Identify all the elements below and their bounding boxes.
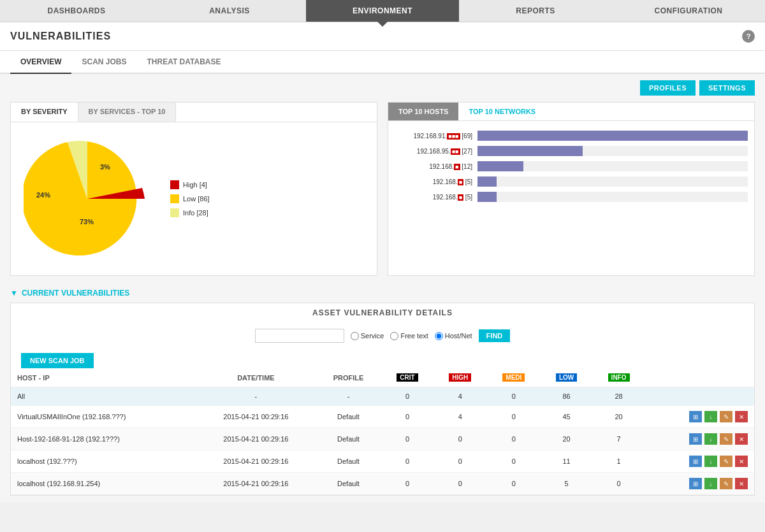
tab-top10-networks[interactable]: TOP 10 NETWORKS [458,103,546,120]
tab-top10-hosts[interactable]: TOP 10 HOSTS [388,103,458,120]
bar-label-2: 192.168.95.■■ [27] [395,148,477,155]
legend-color-low [170,194,179,203]
settings-button[interactable]: SETTINGS [699,80,755,96]
cell-host: localhost (192.???) [11,450,196,473]
action-icons: ⊞ ↓ ✎ ✕ [652,411,748,422]
action-icon-edit[interactable]: ✎ [720,433,732,445]
cell-actions: ⊞ ↓ ✎ ✕ [645,473,754,495]
action-icon-delete[interactable]: ✕ [735,456,748,467]
action-icon-delete[interactable]: ✕ [735,433,748,445]
cell-high: 0 [433,473,487,495]
cell-info: 7 [592,428,645,450]
legend-label-low: Low [86] [183,195,210,203]
radio-service-input[interactable] [351,332,359,340]
radio-service[interactable]: Service [351,332,384,340]
badge-low: LOW [556,373,577,382]
nav-environment[interactable]: ENVIRONMENT [306,0,459,22]
cell-datetime: 2015-04-21 00:29:16 [196,406,316,428]
action-icon-delete[interactable]: ✕ [735,478,748,489]
action-icon-delete[interactable]: ✕ [735,411,748,422]
nav-reports[interactable]: REPORTS [459,0,612,22]
search-input[interactable] [255,329,344,343]
find-button[interactable]: FIND [479,329,511,342]
pie-chart: 3% 73% 24% [24,135,151,262]
table-header-row: HOST - IP DATE/TIME PROFILE CRIT HIGH ME… [11,368,754,387]
nav-dashboards[interactable]: DASHBOARDS [0,0,153,22]
table-row: All - - 0 4 0 86 28 [11,387,754,406]
col-crit: CRIT [381,368,433,387]
action-icon-edit[interactable]: ✎ [720,478,732,489]
action-icon-export[interactable]: ↓ [704,478,717,489]
tab-overview[interactable]: OVERVIEW [10,51,71,74]
cell-host: localhost (192.168.91.254) [11,473,196,495]
action-icon-view[interactable]: ⊞ [689,478,702,489]
cell-info: 28 [592,387,645,406]
collapse-arrow[interactable]: ▼ [10,289,18,298]
cell-host: VirtualUSMAIIInOne (192.168.???) [11,406,196,428]
cell-datetime: 2015-04-21 00:29:16 [196,428,316,450]
legend-label-info: Info [28] [183,209,208,217]
col-profile: PROFILE [316,368,381,387]
bar-label-3: 192.168.■ [12] [395,163,477,170]
charts-row: BY SEVERITY BY SERVICES - TOP 10 3% [10,102,755,276]
action-icon-edit[interactable]: ✎ [720,411,732,422]
radio-hostnet-input[interactable] [435,332,443,340]
nav-analysis[interactable]: ANALYSIS [153,0,306,22]
cell-medi: 0 [487,387,541,406]
cell-medi: 0 [487,450,541,473]
cell-profile: Default [316,450,381,473]
current-vulnerabilities-header: ▼ CURRENT VULNERABILITIES [10,289,755,298]
cell-crit: 0 [381,428,433,450]
col-datetime: DATE/TIME [196,368,316,387]
new-scan-job-button[interactable]: NEW SCAN JOB [21,353,94,368]
bar-fill-4 [477,176,497,187]
help-icon[interactable]: ? [742,30,755,43]
radio-service-label: Service [361,332,384,340]
bar-row-3: 192.168.■ [12] [395,161,748,171]
bar-row-5: 192.168.■ [5] [395,192,748,202]
cell-profile: Default [316,473,381,495]
bar-fill-5 [477,192,497,202]
bar-track-1 [477,131,748,141]
cell-host: Host-192-168-91-128 (192.1???) [11,428,196,450]
page-title: VULNERABILITIES [10,31,111,42]
col-medi: MEDI [487,368,541,387]
tab-threat-database[interactable]: THREAT DATABASE [136,51,231,74]
chart-area: 3% 73% 24% High [4] Low [86] [11,122,377,275]
nav-configuration[interactable]: CONFIGURATION [612,0,765,22]
cell-low: 11 [541,450,593,473]
legend-high: High [4] [170,180,210,189]
tab-by-severity[interactable]: BY SEVERITY [11,103,78,122]
bar-chart-area: 192.168.91.■■■ [69] 192.168.95.■■ [27] [388,121,754,217]
action-icon-view[interactable]: ⊞ [689,411,702,422]
tab-by-services[interactable]: BY SERVICES - TOP 10 [78,103,177,122]
badge-info: INFO [608,373,630,382]
cell-medi: 0 [487,473,541,495]
cell-info: 1 [592,450,645,473]
cell-profile: - [316,387,381,406]
action-icon-edit[interactable]: ✎ [720,456,732,467]
cell-medi: 0 [487,406,541,428]
table-row: Host-192-168-91-128 (192.1???) 2015-04-2… [11,428,754,450]
action-icons: ⊞ ↓ ✎ ✕ [652,478,748,489]
legend-low: Low [86] [170,194,210,203]
radio-freetext[interactable]: Free text [390,332,428,340]
cell-info: 0 [592,473,645,495]
radio-group: Service Free text Host/Net [351,332,472,340]
action-icon-export[interactable]: ↓ [704,433,717,445]
action-icon-view[interactable]: ⊞ [689,433,702,445]
action-icons: ⊞ ↓ ✎ ✕ [652,433,748,445]
cell-low: 20 [541,428,593,450]
tab-scan-jobs[interactable]: SCAN JOBS [71,51,136,74]
action-icon-view[interactable]: ⊞ [689,456,702,467]
vuln-details-title: ASSET VULNERABILITY DETAILS [11,303,754,322]
vuln-details-panel: ASSET VULNERABILITY DETAILS Service Free… [10,303,755,496]
profiles-button[interactable]: PROFILES [640,80,696,96]
radio-freetext-input[interactable] [390,332,398,340]
cell-datetime: - [196,387,316,406]
radio-freetext-label: Free text [400,332,428,340]
col-info: INFO [592,368,645,387]
radio-hostnet[interactable]: Host/Net [435,332,472,340]
action-icon-export[interactable]: ↓ [704,411,717,422]
action-icon-export[interactable]: ↓ [704,456,717,467]
